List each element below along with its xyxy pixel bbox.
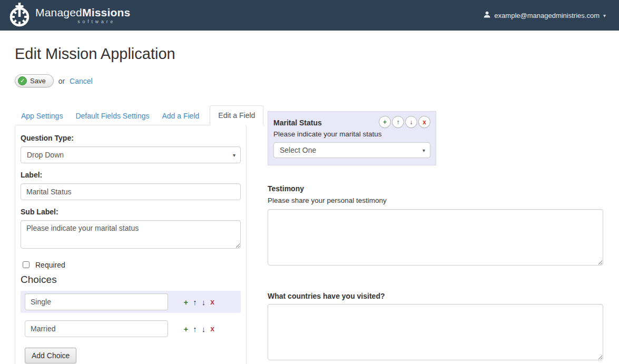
add-choice-icon[interactable]: +	[183, 325, 188, 333]
choice-input[interactable]	[25, 293, 168, 310]
save-button-label: Save	[30, 77, 46, 85]
page-title: Edit Mission Application	[15, 45, 603, 63]
clock-cross-logo-icon	[7, 2, 32, 29]
choice-input[interactable]	[25, 320, 168, 337]
add-field-button[interactable]: +	[379, 116, 391, 128]
cancel-link[interactable]: Cancel	[70, 77, 93, 85]
label-input[interactable]	[21, 183, 241, 200]
choice-row: + ↑ ↓ x	[21, 318, 241, 340]
choices-heading: Choices	[21, 274, 241, 286]
sub-label-label: Sub Label:	[21, 208, 241, 216]
marital-status-select-value: Select One	[280, 146, 316, 154]
user-account-menu[interactable]: example@managedministries.com ▾	[484, 11, 606, 19]
testimony-textarea[interactable]	[268, 209, 603, 265]
move-field-up-button[interactable]: ↑	[392, 116, 404, 128]
application-preview-column: Marital Status + ↑ ↓ x Please indicate y…	[268, 105, 603, 364]
move-down-icon[interactable]: ↓	[202, 325, 206, 333]
marital-status-select[interactable]: Select One ▾	[273, 142, 430, 158]
countries-textarea[interactable]	[268, 304, 603, 360]
selected-field-sublabel: Please indicate your marital status	[273, 130, 430, 138]
page-body: Edit Mission Application ✓ Save or Cance…	[0, 31, 619, 364]
required-row: Required	[21, 260, 241, 270]
or-text: or	[58, 77, 65, 85]
add-choice-button[interactable]: Add Choice	[25, 348, 76, 363]
tab-add-a-field[interactable]: Add a Field	[155, 106, 205, 125]
field-sublabel: Please share your personal testimony	[268, 196, 603, 204]
field-editor-column: App Settings Default Fields Settings Add…	[15, 105, 247, 364]
save-row: ✓ Save or Cancel	[15, 74, 603, 87]
field-label: Testimony	[268, 184, 603, 193]
caret-down-icon: ▾	[423, 147, 425, 153]
choice-row-actions: + ↑ ↓ x	[183, 325, 237, 333]
selected-field-preview: Marital Status + ↑ ↓ x Please indicate y…	[268, 111, 436, 165]
brand-tagline: software	[35, 19, 130, 24]
edit-field-panel: Question Type: Drop Down ▾ Label: Sub La…	[15, 125, 247, 364]
person-icon	[484, 11, 490, 19]
field-label: What countries have you visited?	[268, 292, 603, 300]
delete-choice-icon[interactable]: x	[210, 325, 214, 333]
label-label: Label:	[21, 171, 241, 179]
content-columns: App Settings Default Fields Settings Add…	[15, 105, 603, 364]
move-up-icon[interactable]: ↑	[193, 298, 197, 306]
required-checkbox[interactable]	[23, 261, 30, 268]
user-email: example@managedministries.com	[494, 12, 600, 19]
choice-row: + ↑ ↓ x	[21, 291, 241, 313]
choice-row-actions: + ↑ ↓ x	[183, 298, 237, 306]
top-nav-bar: ManagedMissions software example@managed…	[0, 0, 619, 31]
check-icon: ✓	[18, 76, 27, 85]
caret-down-icon: ▾	[233, 152, 235, 158]
tab-edit-a-field[interactable]: Edit a Field	[210, 105, 263, 125]
field-action-buttons: + ↑ ↓ x	[379, 116, 430, 128]
remove-field-button[interactable]: x	[418, 116, 430, 128]
question-type-value: Drop Down	[27, 151, 64, 159]
move-down-icon[interactable]: ↓	[202, 298, 206, 306]
tab-app-settings[interactable]: App Settings	[15, 106, 69, 125]
question-type-label: Question Type:	[21, 134, 241, 142]
selected-field-label: Marital Status	[273, 116, 322, 127]
move-up-icon[interactable]: ↑	[193, 325, 197, 333]
save-button[interactable]: ✓ Save	[15, 74, 54, 87]
add-choice-icon[interactable]: +	[183, 298, 188, 306]
settings-tabs: App Settings Default Fields Settings Add…	[15, 105, 247, 125]
tab-default-fields-settings[interactable]: Default Fields Settings	[69, 106, 155, 125]
question-type-select[interactable]: Drop Down ▾	[21, 146, 241, 163]
preview-field-testimony: Testimony Please share your personal tes…	[268, 184, 603, 267]
brand-logo[interactable]: ManagedMissions software	[7, 2, 130, 29]
selected-field-header: Marital Status + ↑ ↓ x	[273, 116, 430, 128]
delete-choice-icon[interactable]: x	[210, 298, 214, 306]
sub-label-textarea[interactable]: Please indicate your marital status	[21, 220, 241, 249]
required-label: Required	[35, 261, 65, 269]
brand-name: ManagedMissions	[35, 7, 130, 18]
preview-field-countries: What countries have you visited?	[268, 292, 603, 362]
move-field-down-button[interactable]: ↓	[405, 116, 417, 128]
caret-down-icon: ▾	[603, 13, 606, 18]
